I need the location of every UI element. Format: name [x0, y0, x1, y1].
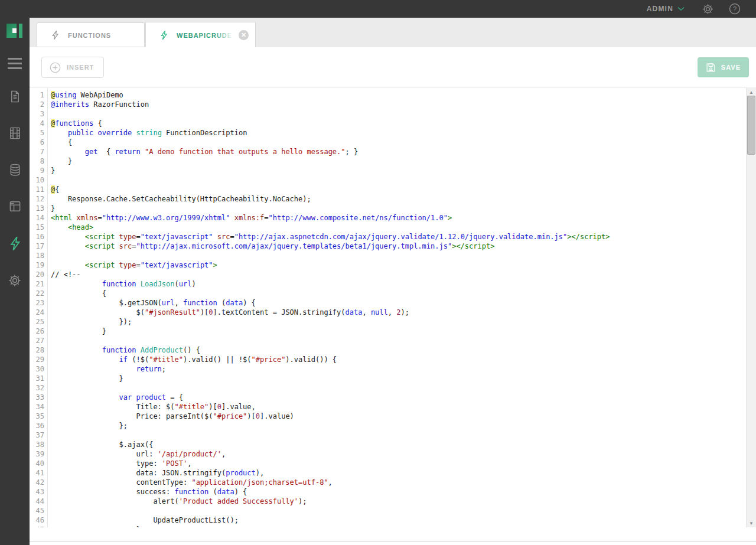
- code-line[interactable]: <script type="text/javascript" src="http…: [51, 232, 744, 242]
- code-line[interactable]: get { return "A demo function that outpu…: [51, 147, 744, 156]
- line-number: 13: [30, 204, 47, 213]
- line-number: 28: [30, 345, 47, 355]
- tab-label: WEBAPICRUDEXAMPLE: [177, 32, 236, 39]
- line-number: 43: [30, 487, 47, 497]
- code-line[interactable]: @inherits RazorFunction: [51, 100, 744, 109]
- code-line[interactable]: }: [51, 166, 744, 175]
- code-line[interactable]: [51, 336, 744, 345]
- line-number: 30: [30, 364, 47, 374]
- code-line[interactable]: <script type="text/javascript">: [51, 260, 744, 270]
- media-icon: [8, 126, 22, 140]
- line-number: 15: [30, 223, 47, 232]
- code-line[interactable]: UpdateProductList();: [51, 515, 744, 525]
- code-line[interactable]: data: JSON.stringify(product),: [51, 468, 744, 478]
- line-number: 38: [30, 440, 47, 449]
- code-line[interactable]: }: [51, 327, 744, 336]
- sidebar-item-layout[interactable]: [8, 200, 22, 213]
- scroll-down-button[interactable]: ▼: [747, 521, 756, 526]
- line-number: 21: [30, 279, 47, 289]
- code-editor[interactable]: 1234567891011121314151617181920212223242…: [30, 87, 756, 527]
- save-label: SAVE: [721, 64, 741, 71]
- code-line[interactable]: Title: $("#title")[0].value,: [51, 402, 744, 412]
- sidebar-item-media[interactable]: [8, 126, 22, 140]
- code-line[interactable]: [51, 109, 744, 119]
- gutter: 1234567891011121314151617181920212223242…: [30, 88, 48, 527]
- code-line[interactable]: [51, 251, 744, 260]
- code-line[interactable]: }: [51, 374, 744, 383]
- code-line[interactable]: public override string FunctionDescripti…: [51, 128, 744, 138]
- code-line[interactable]: contentType: "application/json;charset=u…: [51, 478, 744, 487]
- sidebar-item-functions[interactable]: [9, 236, 21, 251]
- settings-icon: [8, 274, 21, 287]
- svg-text:?: ?: [733, 5, 737, 12]
- sidebar-item-settings[interactable]: [8, 274, 21, 287]
- line-number: 31: [30, 374, 47, 383]
- code-line[interactable]: alert('Product added Successfully');: [51, 497, 744, 506]
- code-line[interactable]: success: function (data) {: [51, 487, 744, 497]
- code-line[interactable]: if (!$("#title").valid() || !$("#price")…: [51, 355, 744, 364]
- code-line[interactable]: };: [51, 421, 744, 430]
- code-line[interactable]: [51, 383, 744, 393]
- admin-menu[interactable]: ADMIN: [647, 5, 685, 13]
- line-number: 9: [30, 166, 47, 175]
- line-number: 27: [30, 336, 47, 345]
- code-line[interactable]: <head>: [51, 223, 744, 232]
- code-line[interactable]: $.ajax({: [51, 440, 744, 449]
- menu-icon[interactable]: [8, 58, 22, 69]
- functions-icon: [9, 236, 21, 251]
- help-icon[interactable]: ?: [729, 3, 741, 15]
- code-line[interactable]: });: [51, 317, 744, 327]
- code-line[interactable]: $.getJSON(url, function (data) {: [51, 298, 744, 308]
- code-line[interactable]: {: [51, 289, 744, 298]
- code-line[interactable]: $("#jsonResult")[0].textContent = JSON.s…: [51, 308, 744, 317]
- line-number: 6: [30, 138, 47, 147]
- code-line[interactable]: return;: [51, 364, 744, 374]
- code-line[interactable]: function LoadJson(url): [51, 279, 744, 289]
- sidebar-item-data[interactable]: [8, 163, 22, 177]
- line-number: 4: [30, 119, 47, 128]
- line-number: 12: [30, 194, 47, 204]
- tab-functions[interactable]: FUNCTIONS: [37, 22, 145, 47]
- sidebar-item-pages[interactable]: [8, 90, 22, 103]
- tab-webapicrudexample[interactable]: WEBAPICRUDEXAMPLE ✕: [145, 22, 256, 47]
- code-line[interactable]: <html xmlns="http://www.w3.org/1999/xhtm…: [51, 213, 744, 223]
- tabbar: FUNCTIONS WEBAPICRUDEXAMPLE ✕: [30, 18, 756, 47]
- code-line[interactable]: type: 'POST',: [51, 459, 744, 468]
- close-icon[interactable]: ✕: [239, 30, 249, 40]
- insert-label: INSERT: [67, 64, 94, 71]
- code-line[interactable]: {: [51, 138, 744, 147]
- line-number: 33: [30, 393, 47, 402]
- app-logo[interactable]: [6, 22, 23, 39]
- line-number: 2: [30, 100, 47, 109]
- code-line[interactable]: }: [51, 156, 744, 166]
- scroll-thumb[interactable]: [747, 96, 755, 155]
- code-line[interactable]: Price: parseInt($("#price")[0].value): [51, 412, 744, 421]
- code-line[interactable]: @using WebApiDemo: [51, 90, 744, 100]
- scrollbar[interactable]: ▲ ▼: [746, 88, 756, 527]
- code-lines[interactable]: @using WebApiDemo@inherits RazorFunction…: [48, 88, 756, 527]
- line-number: 10: [30, 175, 47, 185]
- insert-button[interactable]: INSERT: [41, 57, 104, 78]
- code-line[interactable]: // <!--: [51, 270, 744, 279]
- line-number: 7: [30, 147, 47, 156]
- scroll-up-button[interactable]: ▲: [747, 90, 756, 95]
- line-number: 32: [30, 383, 47, 393]
- code-line[interactable]: function AddProduct() {: [51, 345, 744, 355]
- code-line[interactable]: url: '/api/product/',: [51, 449, 744, 459]
- save-button[interactable]: SAVE: [698, 57, 749, 77]
- line-number: 3: [30, 109, 47, 119]
- code-line[interactable]: @{: [51, 185, 744, 194]
- code-line[interactable]: [51, 430, 744, 440]
- logo-notch: [12, 28, 17, 33]
- code-line[interactable]: [51, 175, 744, 185]
- code-line[interactable]: var product = {: [51, 393, 744, 402]
- code-line[interactable]: Response.Cache.SetCacheability(HttpCache…: [51, 194, 744, 204]
- gear-icon[interactable]: [702, 4, 713, 15]
- layout-icon: [8, 200, 22, 213]
- code-line[interactable]: }: [51, 204, 744, 213]
- line-number: 17: [30, 242, 47, 251]
- code-line[interactable]: <script src="http://ajax.microsoft.com/a…: [51, 242, 744, 251]
- topbar: ADMIN ?: [0, 0, 756, 18]
- code-line[interactable]: [51, 506, 744, 515]
- code-line[interactable]: @functions {: [51, 119, 744, 128]
